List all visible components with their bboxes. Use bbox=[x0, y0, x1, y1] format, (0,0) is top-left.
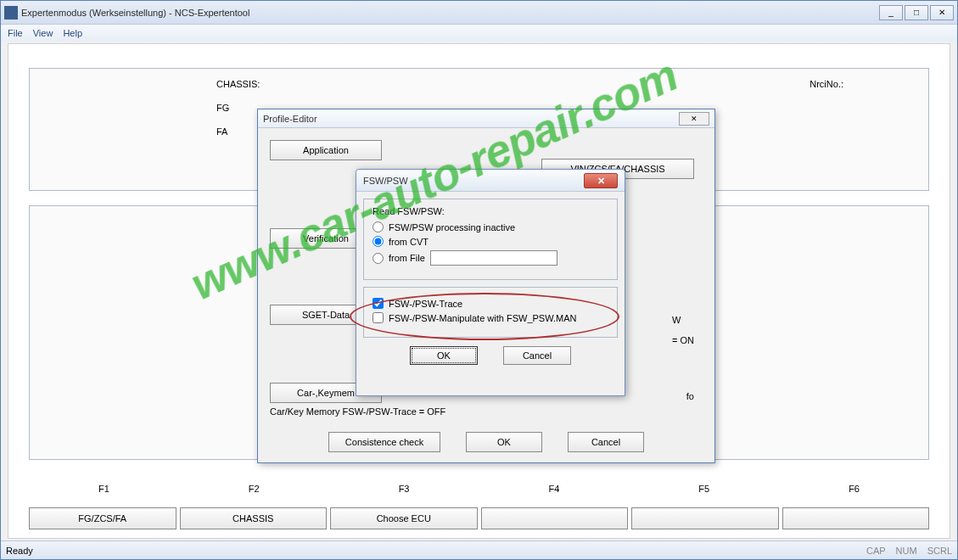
info-text: fo bbox=[686, 391, 694, 401]
fkey-f6: F6 bbox=[779, 484, 929, 494]
read-fsw-label: Read FSW/PSW: bbox=[373, 206, 608, 216]
fbtn-4[interactable] bbox=[481, 507, 629, 529]
fbtn-choose-ecu[interactable]: Choose ECU bbox=[330, 507, 478, 529]
fsw-ok-button[interactable]: OK bbox=[410, 346, 478, 365]
checkbox-trace-input[interactable] bbox=[373, 298, 384, 309]
minimize-button[interactable]: _ bbox=[879, 5, 903, 20]
window-title: Expertenmodus (Werkseinstellung) - NCS-E… bbox=[21, 8, 879, 18]
fg-label: FG bbox=[216, 103, 229, 113]
radio-from-cvt-label: from CVT bbox=[389, 237, 429, 247]
profile-ok-button[interactable]: OK bbox=[466, 432, 542, 452]
function-buttons: FG/ZCS/FA CHASSIS Choose ECU bbox=[29, 507, 929, 529]
profile-title: Profile-Editor bbox=[263, 114, 679, 124]
close-button[interactable]: ✕ bbox=[930, 5, 954, 20]
fbtn-fg-zcs-fa[interactable]: FG/ZCS/FA bbox=[29, 507, 176, 529]
fkey-f1: F1 bbox=[29, 484, 179, 494]
fkey-f2: F2 bbox=[179, 484, 329, 494]
radio-processing-inactive-input[interactable] bbox=[373, 221, 384, 232]
carkey-trace-text: Car/Key Memory FSW-/PSW-Trace = OFF bbox=[270, 406, 445, 417]
profile-titlebar: Profile-Editor ✕ bbox=[258, 109, 714, 128]
app-icon bbox=[4, 6, 18, 20]
status-ready: Ready bbox=[6, 546, 866, 556]
fsw-options-group: FSW-/PSW-Trace FSW-/PSW-Manipulate with … bbox=[363, 287, 618, 338]
fa-label: FA bbox=[216, 126, 227, 137]
radio-processing-inactive-label: FSW/PSW processing inactive bbox=[389, 222, 515, 232]
menubar: File View Help bbox=[1, 25, 957, 42]
nrcino-label: NrciNo.: bbox=[810, 79, 843, 89]
menu-help[interactable]: Help bbox=[63, 28, 82, 38]
profile-bottom-buttons: Consistence check OK Cancel bbox=[258, 432, 714, 452]
fkey-labels: F1 F2 F3 F4 F5 F6 bbox=[29, 484, 929, 494]
checkbox-trace[interactable]: FSW-/PSW-Trace bbox=[373, 298, 608, 309]
fkey-f5: F5 bbox=[629, 484, 779, 494]
fbtn-5[interactable] bbox=[631, 507, 779, 529]
consistence-check-button[interactable]: Consistence check bbox=[328, 432, 440, 452]
checkbox-manipulate-label: FSW-/PSW-Manipulate with FSW_PSW.MAN bbox=[389, 313, 576, 323]
fkey-f4: F4 bbox=[479, 484, 629, 494]
fkey-f3: F3 bbox=[329, 484, 479, 494]
fsw-title: FSW/PSW bbox=[363, 176, 584, 186]
radio-from-cvt[interactable]: from CVT bbox=[373, 236, 608, 247]
window-controls: _ □ ✕ bbox=[879, 5, 954, 20]
fsw-cancel-button[interactable]: Cancel bbox=[503, 346, 571, 365]
profile-close-button[interactable]: ✕ bbox=[679, 112, 709, 126]
statusbar: Ready CAP NUM SCRL bbox=[1, 540, 957, 559]
radio-from-cvt-input[interactable] bbox=[373, 236, 384, 247]
menu-view[interactable]: View bbox=[33, 28, 53, 38]
fsw-psw-dialog: FSW/PSW ✕ Read FSW/PSW: FSW/PSW processi… bbox=[356, 169, 625, 396]
radio-from-file-label: from File bbox=[389, 253, 425, 263]
fbtn-chassis[interactable]: CHASSIS bbox=[180, 507, 328, 529]
fsw-close-button[interactable]: ✕ bbox=[584, 173, 618, 188]
from-file-input[interactable] bbox=[430, 250, 557, 266]
radio-from-file-input[interactable] bbox=[373, 253, 384, 264]
status-scrl: SCRL bbox=[927, 546, 952, 556]
status-indicators: CAP NUM SCRL bbox=[866, 546, 952, 556]
checkbox-manipulate-input[interactable] bbox=[373, 312, 384, 323]
chassis-label: CHASSIS: bbox=[216, 79, 260, 89]
radio-processing-inactive[interactable]: FSW/PSW processing inactive bbox=[373, 221, 608, 232]
status-num: NUM bbox=[896, 546, 917, 556]
radio-from-file[interactable]: from File bbox=[373, 250, 608, 266]
application-button[interactable]: Application bbox=[270, 140, 382, 160]
read-fsw-group: Read FSW/PSW: FSW/PSW processing inactiv… bbox=[363, 199, 618, 280]
fbtn-6[interactable] bbox=[782, 507, 930, 529]
fsw-body: Read FSW/PSW: FSW/PSW processing inactiv… bbox=[356, 192, 625, 372]
side-w-text: W= ON bbox=[672, 315, 694, 345]
titlebar: Expertenmodus (Werkseinstellung) - NCS-E… bbox=[1, 1, 957, 25]
fsw-bottom-buttons: OK Cancel bbox=[363, 346, 618, 365]
maximize-button[interactable]: □ bbox=[905, 5, 928, 20]
fsw-titlebar: FSW/PSW ✕ bbox=[356, 170, 625, 192]
checkbox-trace-label: FSW-/PSW-Trace bbox=[389, 299, 462, 309]
menu-file[interactable]: File bbox=[8, 28, 23, 38]
checkbox-manipulate[interactable]: FSW-/PSW-Manipulate with FSW_PSW.MAN bbox=[373, 312, 608, 323]
profile-cancel-button[interactable]: Cancel bbox=[568, 432, 644, 452]
status-cap: CAP bbox=[866, 546, 886, 556]
